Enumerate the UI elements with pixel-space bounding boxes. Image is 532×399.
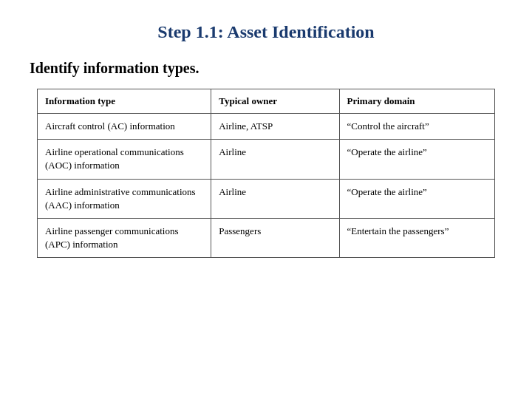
table-row: Airline operational communications (AOC)… <box>38 140 495 179</box>
cell-info-type: Airline administrative communications (A… <box>38 179 211 218</box>
cell-info-type: Airline passenger communications (APC) i… <box>38 218 211 257</box>
cell-typical-owner: Passengers <box>211 218 339 257</box>
information-types-table: Information type Typical owner Primary d… <box>37 89 495 258</box>
cell-info-type: Airline operational communications (AOC)… <box>38 140 211 179</box>
cell-typical-owner: Airline <box>211 179 339 218</box>
cell-typical-owner: Airline <box>211 140 339 179</box>
table-row: Aircraft control (AC) informationAirline… <box>38 114 495 140</box>
table-row: Airline passenger communications (APC) i… <box>38 218 495 257</box>
cell-primary-domain: “Entertain the passengers” <box>339 218 494 257</box>
cell-info-type: Aircraft control (AC) information <box>38 114 211 140</box>
cell-typical-owner: Airline, ATSP <box>211 114 339 140</box>
page-title: Step 1.1: Asset Identification <box>157 22 374 42</box>
cell-primary-domain: “Operate the airline” <box>339 179 494 218</box>
table-row: Airline administrative communications (A… <box>38 179 495 218</box>
header-primary-domain: Primary domain <box>339 89 494 114</box>
subtitle: Identify information types. <box>30 60 502 77</box>
cell-primary-domain: “Control the aircraft” <box>339 114 494 140</box>
header-typical-owner: Typical owner <box>211 89 339 114</box>
header-info-type: Information type <box>38 89 211 114</box>
table-header-row: Information type Typical owner Primary d… <box>38 89 495 114</box>
table-container: Information type Typical owner Primary d… <box>37 89 495 258</box>
cell-primary-domain: “Operate the airline” <box>339 140 494 179</box>
